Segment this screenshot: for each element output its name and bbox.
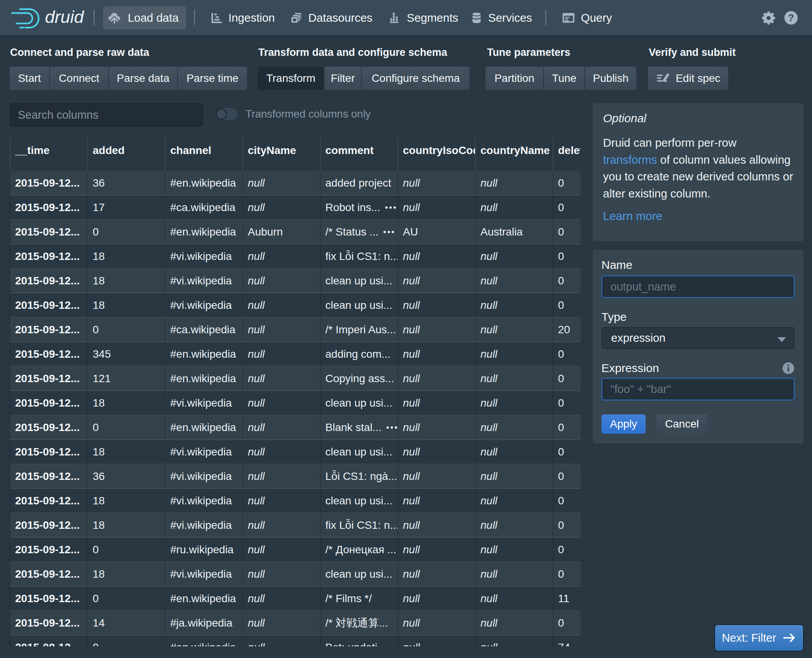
svg-text:?: ? [788,12,794,23]
